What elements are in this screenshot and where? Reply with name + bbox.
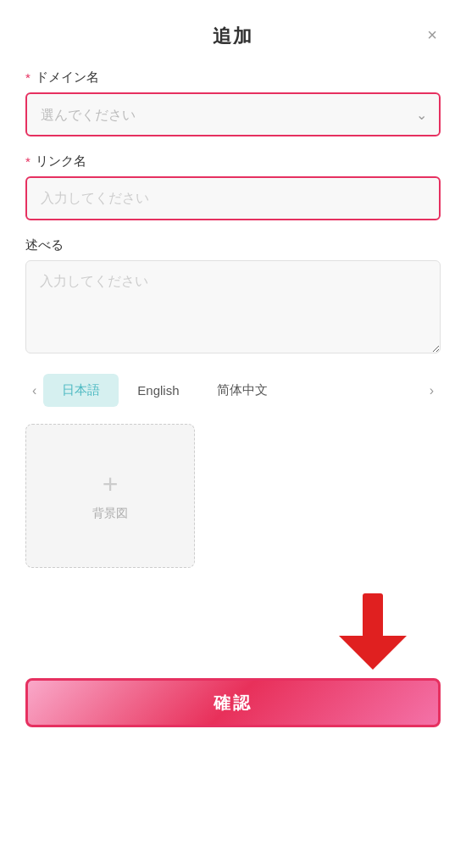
lang-tabs: 日本語 English 简体中文: [43, 374, 422, 407]
link-field-section: * リンク名: [25, 153, 441, 220]
description-label: 述べる: [25, 237, 441, 253]
lang-tabs-wrapper: ‹ 日本語 English 简体中文 ›: [25, 374, 441, 407]
arrow-down-icon: [339, 593, 407, 670]
tab-english[interactable]: English: [119, 374, 197, 407]
description-textarea[interactable]: [25, 260, 441, 353]
link-label: * リンク名: [25, 153, 441, 170]
confirm-button[interactable]: 確認: [25, 678, 441, 727]
required-star-domain: *: [25, 70, 31, 85]
lang-next-button[interactable]: ›: [423, 378, 441, 403]
plus-icon: +: [103, 470, 119, 498]
tab-chinese[interactable]: 简体中文: [198, 374, 286, 407]
domain-select[interactable]: 選んでください: [25, 92, 441, 136]
modal-title: 追加: [213, 24, 253, 49]
lang-prev-button[interactable]: ‹: [25, 378, 43, 403]
close-button[interactable]: ×: [424, 23, 441, 47]
domain-label: * ドメイン名: [25, 70, 441, 86]
modal-container: 追加 × * ドメイン名 選んでください ⌄ * リンク名 述べる ‹: [0, 0, 466, 868]
modal-header: 追加 ×: [25, 0, 441, 70]
description-field-section: 述べる: [25, 237, 441, 357]
svg-marker-1: [339, 636, 407, 670]
domain-select-wrapper: 選んでください ⌄: [25, 92, 441, 136]
arrow-wrapper: [25, 593, 441, 670]
upload-label: 背景図: [92, 506, 128, 521]
required-star-link: *: [25, 154, 31, 169]
image-upload-area[interactable]: + 背景図: [25, 424, 195, 568]
svg-rect-0: [363, 593, 383, 637]
link-input[interactable]: [25, 176, 441, 220]
domain-field-section: * ドメイン名 選んでください ⌄: [25, 70, 441, 136]
tab-japanese[interactable]: 日本語: [43, 374, 119, 407]
